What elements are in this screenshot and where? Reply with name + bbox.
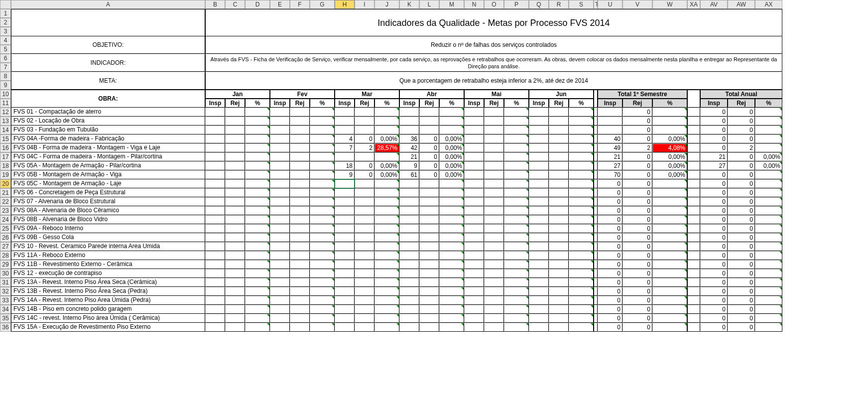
cell-jun-pct[interactable] <box>569 305 594 314</box>
select-all-corner[interactable] <box>0 0 11 9</box>
cell-mar-rej[interactable]: 0 <box>355 170 374 179</box>
col-header-B[interactable]: B <box>205 0 225 9</box>
cell-abr-rej[interactable] <box>419 197 439 206</box>
cell-jun-pct[interactable] <box>569 215 594 224</box>
cell-mai-pct[interactable] <box>504 161 529 170</box>
cell-fev-rej[interactable] <box>290 233 310 242</box>
cell-an-rej[interactable]: 0 <box>728 170 755 179</box>
cell-jan-rej[interactable] <box>225 278 245 287</box>
cell-sem-insp[interactable]: 0 <box>598 287 622 296</box>
cell-mai-pct[interactable] <box>504 197 529 206</box>
cell-abr-pct[interactable] <box>439 215 464 224</box>
cell-jan-pct[interactable] <box>245 179 270 188</box>
cell-mar-insp[interactable] <box>335 233 355 242</box>
cell-mai-pct[interactable] <box>504 314 529 323</box>
cell-abr-rej[interactable] <box>419 278 439 287</box>
cell-abr-pct[interactable] <box>439 269 464 278</box>
cell-mai-insp[interactable] <box>464 305 484 314</box>
cell-fev-rej[interactable] <box>290 206 310 215</box>
obra-name[interactable]: FVS 04B - Forma de madeira - Montagem - … <box>11 143 205 152</box>
cell-jun-pct[interactable] <box>569 260 594 269</box>
cell-jan-insp[interactable] <box>205 108 225 117</box>
cell-fev-insp[interactable] <box>270 197 290 206</box>
cell-fev-insp[interactable] <box>270 287 290 296</box>
cell-abr-rej[interactable] <box>419 296 439 305</box>
cell-sem-rej[interactable]: 2 <box>622 143 652 152</box>
cell-mai-insp[interactable] <box>464 161 484 170</box>
cell-sem-insp[interactable]: 0 <box>598 197 622 206</box>
cell-fev-rej[interactable] <box>290 269 310 278</box>
cell-mar-rej[interactable] <box>355 126 374 134</box>
cell-mai-pct[interactable] <box>504 260 529 269</box>
cell-mar-insp[interactable] <box>335 215 355 224</box>
cell-mar-pct[interactable] <box>374 117 399 126</box>
cell-jun-rej[interactable] <box>549 323 569 332</box>
cell-jan-insp[interactable] <box>205 296 225 305</box>
cell-sem-insp[interactable]: 0 <box>598 215 622 224</box>
col-header-A[interactable]: A <box>11 0 205 9</box>
cell-mar-rej[interactable] <box>355 224 374 233</box>
cell-mar-rej[interactable] <box>355 242 374 251</box>
cell-abr-insp[interactable] <box>399 278 419 287</box>
cell-jan-rej[interactable] <box>225 179 245 188</box>
cell-jun-rej[interactable] <box>549 170 569 179</box>
cell-an-pct[interactable] <box>755 117 782 126</box>
cell-fev-pct[interactable] <box>310 143 335 152</box>
cell-mar-pct[interactable]: 0,00% <box>374 170 399 179</box>
cell-mar-rej[interactable] <box>355 260 374 269</box>
cell-jun-pct[interactable] <box>569 161 594 170</box>
obra-name[interactable]: FVS 05C - Montagem de Armação - Laje <box>11 179 205 188</box>
cell-an-rej[interactable]: 0 <box>728 251 755 260</box>
cell-mar-pct[interactable]: 28,57% <box>374 143 399 152</box>
cell-mai-pct[interactable] <box>504 278 529 287</box>
cell-mar-pct[interactable] <box>374 188 399 197</box>
cell-mar-insp[interactable] <box>335 108 355 117</box>
cell-an-insp[interactable]: 0 <box>700 170 728 179</box>
cell-sem-pct[interactable] <box>652 305 687 314</box>
cell-fev-pct[interactable] <box>310 197 335 206</box>
cell-jan-rej[interactable] <box>225 242 245 251</box>
cell-an-insp[interactable]: 0 <box>700 296 728 305</box>
cell-jun-pct[interactable] <box>569 134 594 143</box>
row-header-19[interactable]: 19 <box>0 170 11 179</box>
col-header-H[interactable]: H <box>335 0 355 9</box>
cell-an-pct[interactable] <box>755 206 782 215</box>
cell-jun-rej[interactable] <box>549 278 569 287</box>
cell-fev-insp[interactable] <box>270 296 290 305</box>
cell-an-rej[interactable]: 0 <box>728 323 755 332</box>
cell-an-insp[interactable]: 0 <box>700 126 728 134</box>
cell-jun-insp[interactable] <box>529 108 549 117</box>
cell-jun-rej[interactable] <box>549 161 569 170</box>
obra-name[interactable]: FVS 05B - Montagem de Armação - Viga <box>11 170 205 179</box>
cell-jan-rej[interactable] <box>225 251 245 260</box>
obra-name[interactable]: FVS 04C - Forma de madeira - Montagem - … <box>11 152 205 161</box>
row-header-11[interactable]: 11 <box>0 99 11 108</box>
cell-jan-pct[interactable] <box>245 287 270 296</box>
cell-jan-insp[interactable] <box>205 260 225 269</box>
cell-jan-pct[interactable] <box>245 206 270 215</box>
cell-mar-insp[interactable]: 18 <box>335 161 355 170</box>
col-header-G[interactable]: G <box>310 0 335 9</box>
cell-an-rej[interactable]: 0 <box>728 152 755 161</box>
cell-abr-pct[interactable]: 0,00% <box>439 161 464 170</box>
cell-an-rej[interactable]: 0 <box>728 305 755 314</box>
obra-name[interactable]: FVS 06 - Concretagem de Peça Estrutural <box>11 188 205 197</box>
cell-mai-insp[interactable] <box>464 287 484 296</box>
col-header-D[interactable]: D <box>245 0 270 9</box>
cell-jan-pct[interactable] <box>245 143 270 152</box>
cell-mar-pct[interactable] <box>374 224 399 233</box>
cell-jun-pct[interactable] <box>569 233 594 242</box>
cell-abr-insp[interactable] <box>399 126 419 134</box>
cell-mar-rej[interactable] <box>355 323 374 332</box>
cell-mai-insp[interactable] <box>464 278 484 287</box>
cell-sem-pct[interactable] <box>652 251 687 260</box>
cell-fev-rej[interactable] <box>290 287 310 296</box>
cell-jun-pct[interactable] <box>569 117 594 126</box>
cell-an-insp[interactable]: 0 <box>700 188 728 197</box>
row-header-29[interactable]: 29 <box>0 260 11 269</box>
cell-mar-pct[interactable] <box>374 206 399 215</box>
cell-fev-insp[interactable] <box>270 305 290 314</box>
cell-sem-pct[interactable] <box>652 117 687 126</box>
cell-mar-rej[interactable] <box>355 314 374 323</box>
col-header-F[interactable]: F <box>290 0 310 9</box>
